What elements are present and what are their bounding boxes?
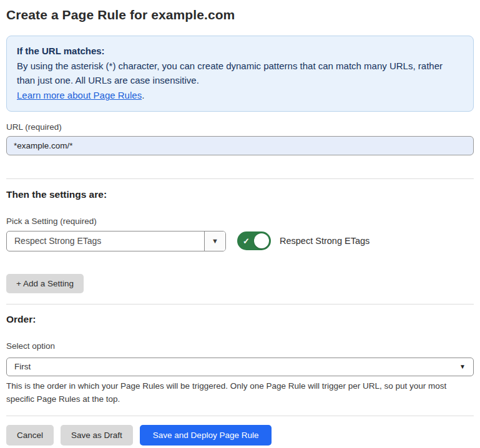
page-title: Create a Page Rule for example.com bbox=[6, 7, 474, 22]
order-select[interactable]: First ▼ bbox=[6, 358, 474, 376]
info-box-body: By using the asterisk (*) character, you… bbox=[17, 59, 463, 88]
divider bbox=[6, 178, 474, 179]
order-select-value: First bbox=[14, 362, 31, 371]
toggle-knob bbox=[254, 233, 269, 248]
add-setting-button[interactable]: + Add a Setting bbox=[6, 274, 84, 293]
save-deploy-button[interactable]: Save and Deploy Page Rule bbox=[140, 425, 272, 446]
setting-row: Respect Strong ETags ▼ ✓ Respect Strong … bbox=[6, 231, 474, 251]
setting-toggle[interactable]: ✓ bbox=[237, 231, 271, 250]
info-box-link-line: Learn more about Page Rules. bbox=[17, 88, 463, 103]
pick-setting-label: Pick a Setting (required) bbox=[6, 217, 474, 226]
learn-more-link[interactable]: Learn more about Page Rules bbox=[17, 90, 142, 100]
toggle-label: Respect Strong ETags bbox=[280, 236, 370, 246]
order-section-heading: Order: bbox=[6, 314, 474, 325]
chevron-down-icon: ▼ bbox=[459, 363, 466, 370]
save-draft-button[interactable]: Save as Draft bbox=[61, 425, 133, 446]
info-box-heading: If the URL matches: bbox=[17, 44, 463, 59]
url-field-label: URL (required) bbox=[6, 122, 474, 132]
order-help-text: This is the order in which your Page Rul… bbox=[6, 379, 474, 406]
url-match-info-box: If the URL matches: By using the asteris… bbox=[6, 36, 474, 112]
settings-section-heading: Then the settings are: bbox=[6, 189, 474, 200]
order-select-label: Select option bbox=[6, 341, 474, 351]
setting-dropdown-value: Respect Strong ETags bbox=[7, 231, 204, 251]
divider bbox=[6, 416, 474, 416]
cancel-button[interactable]: Cancel bbox=[6, 425, 54, 446]
check-icon: ✓ bbox=[243, 236, 250, 246]
actions-row: Cancel Save as Draft Save and Deploy Pag… bbox=[6, 425, 474, 446]
link-suffix: . bbox=[142, 90, 144, 100]
dropdown-arrow-icon[interactable]: ▼ bbox=[204, 231, 225, 251]
divider bbox=[6, 304, 474, 304]
setting-dropdown[interactable]: Respect Strong ETags ▼ bbox=[6, 231, 226, 251]
url-input[interactable] bbox=[6, 136, 474, 155]
